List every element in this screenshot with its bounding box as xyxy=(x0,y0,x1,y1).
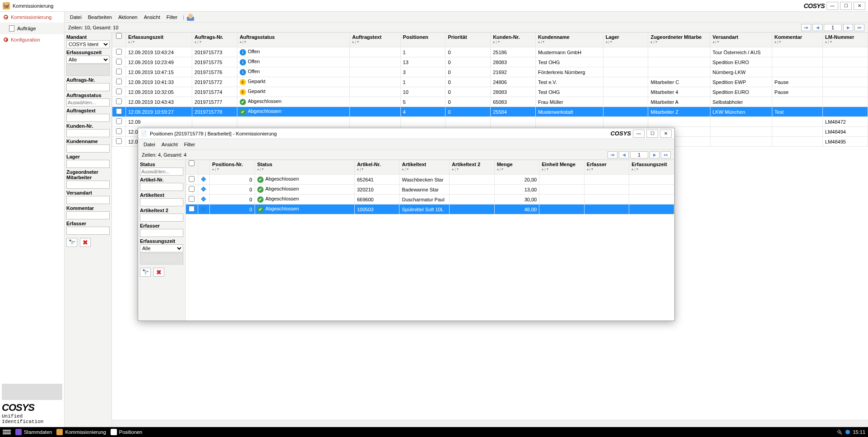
col-versandart[interactable]: Versandart▴ | ▾ xyxy=(710,33,772,47)
row-checkbox[interactable] xyxy=(116,49,122,55)
popup-col-artikeltext[interactable]: Artikeltext▴ | ▾ xyxy=(399,160,450,175)
menu-datei[interactable]: Datei xyxy=(67,13,84,21)
row-checkbox[interactable] xyxy=(189,196,195,202)
menu-bearbeiten[interactable]: Bearbeiten xyxy=(85,13,115,21)
col-auftragsnr[interactable]: Auftrags-Nr.▴ | ▾ xyxy=(192,33,237,47)
col-kundennr[interactable]: Kunden-Nr.▴ | ▾ xyxy=(491,33,536,47)
row-checkbox[interactable] xyxy=(116,98,122,104)
pager-prev-button[interactable]: ◀ xyxy=(812,24,822,31)
pager-last-button[interactable]: ⏭ xyxy=(854,24,864,31)
popup-col-artikelnr[interactable]: Artikel-Nr.▴ | ▾ xyxy=(354,160,399,175)
col-kundenname[interactable]: Kundenname▴ | ▾ xyxy=(535,33,603,47)
menu-ansicht[interactable]: Ansicht xyxy=(141,13,163,21)
nav-kommissionierung[interactable]: Kommissionierung xyxy=(0,12,64,23)
popup-col-checkbox[interactable] xyxy=(186,160,198,175)
table-row[interactable]: 12.09.2019 10:43:242019715773iOffen10251… xyxy=(112,47,868,57)
filter-clear-button[interactable]: ✖ xyxy=(80,238,91,247)
col-kommentar[interactable]: Kommentar▴ | ▾ xyxy=(772,33,822,47)
table-row[interactable]: 12.09.2019 10:41:332019715772⏸Geparkt102… xyxy=(112,77,868,87)
filter-erfassungszeit-range[interactable] xyxy=(66,64,110,76)
filter-kundenname-input[interactable] xyxy=(66,144,110,153)
table-row[interactable]: 12.09.2019 10:43:432019715777✔Abgeschlos… xyxy=(112,97,868,107)
maximize-button[interactable]: ☐ xyxy=(840,2,852,10)
row-checkbox[interactable] xyxy=(189,206,195,212)
pager-page-input[interactable] xyxy=(824,24,842,31)
row-checkbox[interactable] xyxy=(116,79,122,84)
table-row[interactable]: ✥0✔Abgeschlossen669600Duscharmatur Paul3… xyxy=(186,195,674,205)
popup-col-einheit[interactable]: Einheit Menge▴ | ▾ xyxy=(539,160,585,175)
popup-col-erfassungszeit[interactable]: Erfassungszeit▴ | ▾ xyxy=(629,160,674,175)
col-checkbox[interactable] xyxy=(112,33,126,47)
row-checkbox[interactable] xyxy=(116,88,122,94)
popup-close-button[interactable]: ✕ xyxy=(660,130,672,138)
row-checkbox[interactable] xyxy=(189,186,195,192)
popup-col-status[interactable]: Status▴ | ▾ xyxy=(255,160,354,175)
popup-pager-page-input[interactable] xyxy=(630,151,648,158)
move-arrows-icon[interactable]: ✥ xyxy=(201,206,206,212)
move-arrows-icon[interactable]: ✥ xyxy=(201,177,206,182)
move-arrows-icon[interactable]: ✥ xyxy=(201,196,206,202)
row-checkbox[interactable] xyxy=(116,138,122,144)
row-checkbox[interactable] xyxy=(116,69,122,74)
filter-kommentar-input[interactable] xyxy=(66,211,110,219)
popup-filter-erfassungszeit-select[interactable]: Alle xyxy=(140,244,183,252)
popup-pager-last-button[interactable]: ⏭ xyxy=(661,151,671,158)
filter-erfasser-input[interactable] xyxy=(66,227,110,235)
table-row[interactable]: ✥0✔Abgeschlossen320210Badewanne Star13,0… xyxy=(186,185,674,195)
filter-versandart-input[interactable] xyxy=(66,196,110,204)
close-button[interactable]: ✕ xyxy=(854,2,865,10)
select-all-checkbox[interactable] xyxy=(116,33,122,39)
popup-filter-status-input[interactable] xyxy=(140,167,183,176)
table-row[interactable]: 12.09.2019 10:32:052019715774⏸Geparkt100… xyxy=(112,87,868,97)
table-row[interactable]: 12.09LM48472 xyxy=(112,117,868,127)
col-prioritaet[interactable]: Priorität xyxy=(446,33,491,47)
nav-konfiguration[interactable]: Konfiguration xyxy=(0,34,64,45)
filter-lager-input[interactable] xyxy=(66,160,110,168)
col-mitarbeiter[interactable]: Zugeordneter Mitarbe▴ | ▾ xyxy=(648,33,710,47)
col-auftragstext[interactable]: Auftragstext▴ | ▾ xyxy=(350,33,400,47)
col-positionen[interactable]: Positionen xyxy=(400,33,446,47)
col-auftragsstatus[interactable]: Auftragsstatus▴ | ▾ xyxy=(237,33,349,47)
popup-filter-erfasser-input[interactable] xyxy=(140,229,183,237)
table-row[interactable]: 12.09.2019 10:47:152019715776iOffen30216… xyxy=(112,67,868,77)
col-erfassungszeit[interactable]: Erfassungszeit▴ | ▾ xyxy=(125,33,192,47)
popup-pager-next-button[interactable]: ▶ xyxy=(650,151,659,158)
filter-auftragsnr-input[interactable] xyxy=(66,83,110,91)
popup-menu-ansicht[interactable]: Ansicht xyxy=(159,140,181,149)
popup-pager-prev-button[interactable]: ◀ xyxy=(619,151,629,158)
minimize-button[interactable]: — xyxy=(826,2,838,10)
pager-next-button[interactable]: ▶ xyxy=(843,24,853,31)
filter-erfassungszeit-select[interactable]: Alle xyxy=(66,56,110,64)
popup-filter-artikeltext2-input[interactable] xyxy=(140,214,183,222)
user-icon[interactable] xyxy=(187,14,194,21)
popup-filter-clear-button[interactable]: ✖ xyxy=(153,268,164,277)
menu-filter[interactable]: Filter xyxy=(164,13,180,21)
menu-aktionen[interactable]: Aktionen xyxy=(116,13,140,21)
col-lager[interactable]: Lager▴ | ▾ xyxy=(603,33,648,47)
popup-filter-search-button[interactable]: 🔭 xyxy=(140,268,151,277)
popup-col-posnr[interactable]: Positions-Nr.▴ | ▾ xyxy=(210,160,255,175)
table-row[interactable]: ✥0✔Abgeschlossen652641Waschbecken Star20… xyxy=(186,175,674,185)
popup-menu-filter[interactable]: Filter xyxy=(181,140,198,149)
filter-search-button[interactable]: 🔭 xyxy=(66,238,77,247)
row-checkbox[interactable] xyxy=(116,59,122,65)
filter-auftragstext-input[interactable] xyxy=(66,114,110,122)
pager-first-button[interactable]: ⏮ xyxy=(801,24,811,31)
table-row[interactable]: 12.09.2019 10:59:272019715778✔Abgeschlos… xyxy=(112,107,868,117)
popup-filter-artikeltext-input[interactable] xyxy=(140,198,183,206)
row-checkbox[interactable] xyxy=(116,108,122,114)
move-arrows-icon[interactable]: ✥ xyxy=(201,186,206,192)
filter-auftragsstatus-input[interactable] xyxy=(66,98,110,107)
table-row[interactable]: 12.09.2019 10:23:492019715775iOffen13028… xyxy=(112,57,868,67)
filter-mandant-select[interactable]: COSYS Ident xyxy=(66,40,110,48)
popup-col-artikeltext2[interactable]: Artikeltext 2▴ | ▾ xyxy=(450,160,495,175)
main-horizontal-scrollbar[interactable] xyxy=(112,420,868,427)
popup-maximize-button[interactable]: ☐ xyxy=(646,130,658,138)
table-row[interactable]: ✥0✔Abgeschlossen100503Spülmittel Soft 10… xyxy=(186,205,674,214)
popup-col-menge[interactable]: Menge▴ | ▾ xyxy=(494,160,539,175)
popup-minimize-button[interactable]: — xyxy=(633,130,645,138)
row-checkbox[interactable] xyxy=(189,176,195,182)
popup-filter-artikelnr-input[interactable] xyxy=(140,183,183,191)
popup-pager-first-button[interactable]: ⏮ xyxy=(608,151,617,158)
nav-auftraege[interactable]: Aufträge xyxy=(0,23,64,34)
